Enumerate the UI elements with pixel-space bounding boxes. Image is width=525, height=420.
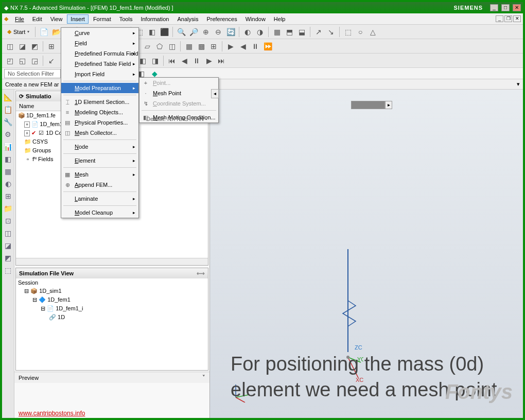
tab-next-button[interactable]: ▸ bbox=[385, 101, 392, 109]
rail-icon[interactable]: ◐ bbox=[4, 179, 13, 188]
fileview-tree[interactable]: Session ⊟ 📦 1D_sim1 ⊟ 🔷 1D_fem1 ⊟ 📄 1D_f… bbox=[16, 278, 208, 370]
menu-item-import-field[interactable]: Import Field▸ bbox=[61, 69, 138, 79]
tool-button[interactable]: 📄 bbox=[38, 26, 49, 38]
menu-item-append-fem-[interactable]: ⊕Append FEM... bbox=[61, 180, 138, 190]
tool-button[interactable]: ◑ bbox=[254, 26, 266, 38]
tree-row[interactable]: ⊟ 🔷 1D_fem1 bbox=[16, 295, 208, 304]
tool-button[interactable]: ◰ bbox=[4, 55, 15, 66]
viewport[interactable]: ▸ ZC YC XC For positioning the mass (0d)… bbox=[210, 90, 523, 418]
rail-icon[interactable]: ◫ bbox=[4, 229, 13, 238]
menu-item-curve[interactable]: Curve▸ bbox=[61, 28, 138, 38]
menu-file[interactable]: File bbox=[11, 14, 28, 24]
menu-item-1d-element-section-[interactable]: ⌶1D Element Section... bbox=[61, 97, 138, 107]
tab-segment[interactable] bbox=[351, 101, 385, 109]
selection-filter-dropdown[interactable]: No Selection Filter bbox=[4, 69, 61, 78]
prompt-arrow[interactable]: ▾ bbox=[517, 81, 520, 87]
tool-button[interactable]: ⏩ bbox=[262, 41, 273, 52]
tool-button[interactable]: ◨ bbox=[149, 55, 161, 66]
menu-item-node[interactable]: Node▸ bbox=[61, 142, 138, 152]
tool-button[interactable]: ⏸ bbox=[250, 41, 261, 52]
tool-button[interactable]: ▶ bbox=[203, 55, 215, 66]
tool-button[interactable]: ◱ bbox=[16, 55, 28, 66]
menu-information[interactable]: Information bbox=[137, 14, 172, 24]
tool-button[interactable]: ◐ bbox=[242, 26, 253, 38]
menu-item-modeling-objects-[interactable]: ≡Modeling Objects... bbox=[61, 107, 138, 117]
tool-button[interactable]: ◀ bbox=[237, 41, 249, 52]
maximize-button[interactable]: □ bbox=[501, 4, 510, 11]
tool-button[interactable]: 🔄 bbox=[225, 26, 236, 38]
start-button[interactable]: ◆ Start ▾ bbox=[4, 27, 32, 36]
tool-button[interactable]: ◩ bbox=[29, 41, 40, 52]
menu-item-mesh[interactable]: ▦Mesh▸ bbox=[61, 169, 138, 180]
tool-button[interactable]: △ bbox=[367, 26, 378, 38]
pin-icon[interactable]: ⟷ bbox=[197, 270, 205, 277]
tool-button[interactable]: ⊕ bbox=[200, 26, 212, 38]
menu-window[interactable]: Window bbox=[242, 14, 269, 24]
rail-icon[interactable]: 📊 bbox=[4, 142, 13, 151]
footer-url[interactable]: www.cantripbostons.info bbox=[19, 410, 85, 417]
tool-button[interactable]: ⬠ bbox=[154, 41, 165, 52]
menu-format[interactable]: Format bbox=[90, 14, 115, 24]
tool-button[interactable]: 🔎 bbox=[188, 26, 199, 38]
menu-tools[interactable]: Tools bbox=[116, 14, 136, 24]
rail-icon[interactable]: ◩ bbox=[4, 253, 13, 262]
rail-icon[interactable]: 🔧 bbox=[4, 117, 13, 127]
rail-icon[interactable]: 📁 bbox=[4, 204, 13, 213]
menu-item-field[interactable]: Field▸ bbox=[61, 38, 138, 48]
tool-button[interactable]: ⊖ bbox=[213, 26, 224, 38]
mdi-close-button[interactable]: ✕ bbox=[513, 15, 521, 22]
tool-button[interactable]: ⏸ bbox=[191, 55, 202, 66]
app-menu-icon[interactable]: ◆ bbox=[4, 15, 8, 22]
menu-view[interactable]: View bbox=[47, 14, 66, 24]
minimize-button[interactable]: _ bbox=[490, 4, 498, 11]
rail-icon[interactable]: 📐 bbox=[4, 93, 13, 102]
rail-icon[interactable]: 📋 bbox=[4, 105, 13, 114]
rail-icon[interactable]: ◪ bbox=[4, 241, 13, 250]
tree-row[interactable]: ⊟ 📄 1D_fem1_i bbox=[16, 304, 208, 313]
view-tab-strip[interactable]: ▸ bbox=[351, 101, 392, 109]
preview-bar[interactable]: Preview ˅ bbox=[14, 372, 209, 383]
tool-button[interactable]: ⊞ bbox=[46, 41, 57, 52]
menu-item-physical-properties-[interactable]: ▤Physical Properties... bbox=[61, 117, 138, 128]
tool-button[interactable]: ↗ bbox=[313, 26, 324, 38]
menu-item-predefined-table-field[interactable]: Predefined Table Field▸ bbox=[61, 59, 138, 69]
menu-edit[interactable]: Edit bbox=[29, 14, 46, 24]
tool-button[interactable]: ◫ bbox=[4, 41, 15, 52]
menu-item-mesh-collector-[interactable]: ◫Mesh Collector... bbox=[61, 128, 138, 138]
mdi-restore-button[interactable]: ❐ bbox=[504, 15, 512, 22]
tool-button[interactable]: 🔍 bbox=[176, 26, 187, 38]
rail-icon[interactable]: ◧ bbox=[4, 154, 13, 164]
menu-item-predefined-formula-field[interactable]: Predefined Formula Field▸ bbox=[61, 48, 138, 59]
tree-row[interactable]: Session bbox=[16, 278, 208, 287]
menu-preferences[interactable]: Preferences bbox=[203, 14, 240, 24]
insert-menu-dropdown[interactable]: Curve▸Field▸Predefined Formula Field▸Pre… bbox=[61, 27, 139, 218]
tool-button[interactable]: ▦ bbox=[271, 26, 283, 38]
tool-button[interactable]: ▱ bbox=[142, 41, 153, 52]
menu-item-model-cleanup[interactable]: Model Cleanup▸ bbox=[61, 207, 138, 218]
rail-icon[interactable]: ⊞ bbox=[4, 191, 13, 201]
tool-button[interactable]: ↙ bbox=[46, 55, 57, 66]
tool-button[interactable]: ⏮ bbox=[166, 55, 178, 66]
tree-row[interactable]: 🔗 1D bbox=[16, 313, 208, 322]
tool-button[interactable]: ⬒ bbox=[284, 26, 295, 38]
tool-button[interactable]: ⬛ bbox=[159, 26, 170, 38]
tool-button[interactable]: ◲ bbox=[29, 55, 40, 66]
tool-button[interactable]: ▶ bbox=[225, 41, 236, 52]
tool-button[interactable]: ◫ bbox=[166, 41, 178, 52]
mdi-minimize-button[interactable]: _ bbox=[496, 15, 503, 22]
tool-button[interactable]: ⬓ bbox=[296, 26, 307, 38]
tool-button[interactable]: ⏭ bbox=[216, 55, 227, 66]
menu-item-element[interactable]: Element▸ bbox=[61, 155, 138, 166]
tool-button[interactable]: ▦ bbox=[183, 41, 195, 52]
tool-button[interactable]: ⬚ bbox=[342, 26, 354, 38]
menu-item-model-preparation[interactable]: Model Preparation▸ bbox=[61, 83, 138, 93]
tool-button[interactable]: ↘ bbox=[325, 26, 337, 38]
rail-icon[interactable]: ⊡ bbox=[4, 216, 13, 225]
tool-button[interactable]: ⊞ bbox=[208, 41, 219, 52]
menu-analysis[interactable]: Analysis bbox=[173, 14, 202, 24]
tool-button[interactable]: ○ bbox=[355, 26, 366, 38]
tool-button[interactable]: ◀ bbox=[179, 55, 190, 66]
tree-row[interactable]: ⊟ 📦 1D_sim1 bbox=[16, 287, 208, 295]
tool-button[interactable]: ◧ bbox=[146, 26, 157, 38]
menu-item-laminate[interactable]: Laminate▸ bbox=[61, 194, 138, 204]
